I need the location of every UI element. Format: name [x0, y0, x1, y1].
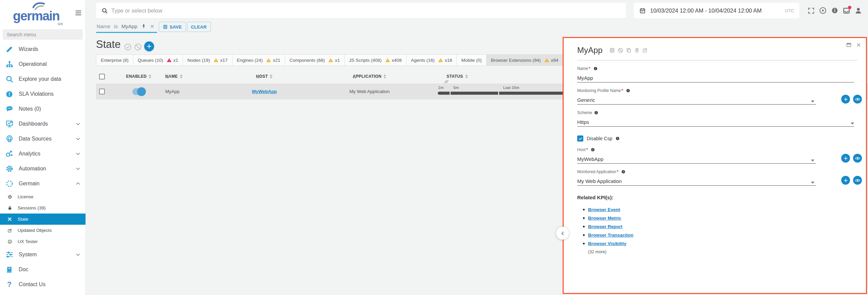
row-checkbox[interactable]	[99, 89, 105, 94]
sidebar-item-dashboards[interactable]: Dashboards	[0, 116, 86, 131]
view-host-button[interactable]	[853, 154, 862, 163]
date-range-picker[interactable]: 10/03/2024 12:00 AM - 10/04/2024 12:00 A…	[634, 3, 799, 18]
add-host-button[interactable]	[841, 154, 850, 163]
filter-chip[interactable]: Name is MyApp	[96, 21, 157, 33]
field-underline	[577, 163, 816, 164]
popout-icon[interactable]	[846, 42, 852, 48]
field-value[interactable]: Https	[577, 118, 854, 126]
play-icon[interactable]	[819, 6, 827, 15]
tab-enterprise[interactable]: Enterprise (8)	[96, 54, 133, 66]
info-icon[interactable]	[616, 136, 620, 141]
field-value[interactable]: MyApp	[577, 74, 854, 81]
sidebar-item-wizards[interactable]: Wizards	[0, 42, 86, 57]
tab-queues[interactable]: Queues (10)x1	[133, 54, 183, 66]
view-application-button[interactable]	[853, 176, 862, 185]
tab-components[interactable]: Components (68)x1	[285, 54, 345, 66]
tab-nodes[interactable]: Nodes (19)x17	[183, 54, 232, 66]
kpi-link-browser-transaction[interactable]: Browser Transaction	[588, 233, 634, 238]
status-segment-5m[interactable]	[451, 92, 498, 95]
close-icon[interactable]	[856, 42, 861, 48]
sidebar-item-germain[interactable]: Germain	[0, 176, 86, 191]
tab-browser-extensions[interactable]: Browser Extensions (94)x94	[487, 54, 563, 66]
field-monitoring-profile: Monitoring Profile Name* Generic	[577, 88, 854, 105]
tab-js-scripts[interactable]: JS Scripts (408)x408	[345, 54, 407, 66]
kpi-link-browser-report[interactable]: Browser Report	[588, 224, 622, 229]
column-header-application[interactable]: APPLICATION	[353, 74, 386, 79]
sidebar-item-operational[interactable]: Operational	[0, 57, 86, 72]
dropdown-caret-icon[interactable]	[811, 160, 814, 162]
sidebar-search[interactable]	[3, 29, 83, 40]
disable-csp-checkbox[interactable]	[577, 135, 583, 142]
global-search-input[interactable]	[111, 7, 621, 14]
info-icon[interactable]	[626, 89, 630, 93]
save-icon[interactable]	[609, 48, 615, 53]
kpi-link-browser-event[interactable]: Browser Event	[588, 207, 620, 212]
enabled-toggle[interactable]	[132, 88, 145, 95]
dropdown-caret-icon[interactable]	[811, 182, 814, 184]
view-profile-button[interactable]	[853, 95, 862, 104]
sidebar-item-ux-tester[interactable]: UX Tester	[0, 236, 86, 247]
global-search[interactable]	[96, 3, 626, 18]
warn-count: x16	[445, 58, 452, 63]
resize-grip[interactable]	[257, 75, 261, 78]
sidebar-item-automation[interactable]: Automation	[0, 161, 86, 176]
sidebar-item-updated-objects[interactable]: Updated Objects	[0, 225, 86, 236]
sidebar-item-sessions[interactable]: Sessions (39)	[0, 202, 86, 214]
clear-button[interactable]: CLEAR	[187, 22, 211, 32]
disable-all-icon[interactable]	[134, 43, 142, 51]
sidebar-item-contact-us[interactable]: ? Contact Us	[0, 277, 86, 292]
sidebar-item-system[interactable]: System	[0, 247, 86, 262]
resize-grip[interactable]	[166, 75, 170, 78]
sidebar-item-license[interactable]: License	[0, 191, 86, 202]
sidebar-item-state[interactable]: State	[0, 214, 86, 225]
sidebar-item-label: Notes (0)	[19, 106, 41, 112]
sidebar-item-analytics[interactable]: Analytics	[0, 146, 86, 161]
save-button[interactable]: SAVE	[159, 22, 186, 32]
sidebar-item-sla-violations[interactable]: SLA Violations	[0, 87, 86, 102]
data-sources-icon	[5, 135, 14, 143]
info-icon[interactable]	[831, 7, 838, 14]
add-application-button[interactable]	[841, 176, 850, 185]
tab-agents[interactable]: Agents (16)x16	[407, 54, 457, 66]
info-icon[interactable]	[621, 170, 625, 174]
resize-grip[interactable]	[353, 75, 357, 78]
user-icon[interactable]	[854, 7, 862, 15]
delete-icon[interactable]	[634, 48, 640, 53]
sidebar-item-doc[interactable]: Doc	[0, 262, 86, 277]
tab-engines[interactable]: Engines (24)x21	[232, 54, 285, 66]
status-segment-1m[interactable]	[438, 92, 450, 95]
add-profile-button[interactable]	[841, 95, 850, 104]
fullscreen-icon[interactable]	[808, 7, 815, 14]
select-all-checkbox[interactable]	[99, 74, 105, 79]
column-header-name[interactable]: NAME	[165, 74, 183, 79]
pin-icon[interactable]	[141, 24, 146, 29]
disable-icon[interactable]	[618, 48, 623, 53]
panel-collapse-handle[interactable]	[556, 227, 569, 240]
copy-icon[interactable]	[626, 48, 631, 53]
warning-yellow-icon	[385, 58, 390, 63]
info-icon[interactable]	[594, 111, 598, 115]
column-header-host[interactable]: HOST	[256, 74, 273, 79]
dropdown-caret-icon[interactable]	[851, 123, 854, 125]
hamburger-icon[interactable]	[75, 10, 82, 16]
filter-operator: is	[114, 23, 118, 29]
sidebar-search-input[interactable]	[3, 32, 83, 37]
remove-filter-icon[interactable]	[150, 24, 154, 29]
sidebar-item-explore[interactable]: Explore your data	[0, 72, 86, 87]
resize-grip[interactable]	[444, 80, 448, 83]
info-icon[interactable]	[591, 148, 595, 152]
info-icon[interactable]	[593, 67, 598, 71]
tab-mobile[interactable]: Mobile (0)	[457, 54, 486, 66]
dropdown-caret-icon[interactable]	[811, 100, 814, 103]
kpi-link-browser-visibility[interactable]: Browser Visibility	[588, 241, 626, 246]
edit-icon[interactable]	[642, 48, 648, 53]
sidebar-item-data-sources[interactable]: Data Sources	[0, 131, 86, 146]
enable-all-icon[interactable]	[124, 43, 132, 51]
column-header-enabled[interactable]: ENABLED	[126, 74, 152, 79]
host-link[interactable]: MyWebApp	[252, 89, 277, 94]
notifications-icon[interactable]	[843, 7, 850, 15]
chevron-down-icon	[75, 151, 81, 156]
add-button[interactable]	[144, 41, 154, 51]
kpi-link-browser-metric[interactable]: Browser Metric	[588, 216, 621, 221]
sidebar-item-notes[interactable]: Notes (0)	[0, 102, 86, 116]
